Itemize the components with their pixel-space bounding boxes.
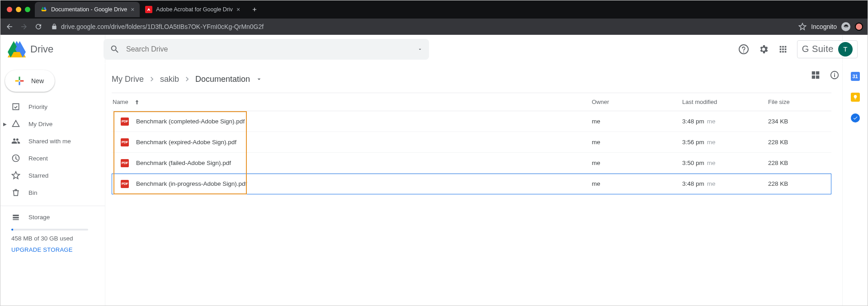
drive-triangle-icon: [8, 41, 26, 57]
drive-favicon-icon: [40, 6, 47, 13]
file-size: 228 KB: [768, 180, 831, 187]
pdf-file-icon: PDF: [121, 159, 129, 167]
breadcrumb-segment[interactable]: Documentation: [195, 75, 250, 84]
incognito-icon: [841, 22, 850, 31]
breadcrumb-dropdown-icon[interactable]: [255, 75, 263, 83]
bookmark-star-icon[interactable]: [798, 23, 807, 31]
maximize-window-button[interactable]: [25, 7, 30, 12]
sidebar-item-shared[interactable]: Shared with me: [0, 132, 105, 150]
sidebar-item-label: My Drive: [28, 121, 52, 127]
pdf-file-icon: PDF: [121, 118, 129, 126]
sidebar-item-trash[interactable]: Bin: [0, 184, 105, 201]
window-controls: [4, 7, 35, 12]
expand-caret-icon[interactable]: ▶: [3, 122, 7, 127]
lock-icon: [51, 24, 57, 30]
address-bar[interactable]: drive.google.com/drive/folders/1D3fLOA5t…: [48, 23, 793, 30]
tab-label: Documentation - Google Drive: [51, 6, 127, 13]
file-row[interactable]: PDFBenchmark (expired-Adobe Sign).pdfme3…: [112, 132, 831, 153]
file-name: Benchmark (completed-Adobe Sign).pdf: [136, 118, 245, 125]
tasks-addon-icon[interactable]: [851, 113, 860, 122]
file-modified: 3:56 pm: [682, 139, 704, 146]
sidebar-item-priority[interactable]: Priority: [0, 98, 105, 115]
close-tab-icon[interactable]: ×: [236, 6, 240, 13]
file-modified-by: me: [707, 180, 716, 187]
file-modified-by: me: [707, 139, 716, 146]
close-window-button[interactable]: [7, 7, 12, 12]
sidebar-item-label: Bin: [28, 189, 38, 196]
file-owner: me: [592, 139, 682, 146]
file-row[interactable]: PDFBenchmark (completed-Adobe Sign).pdfm…: [112, 111, 831, 132]
pdf-file-icon: PDF: [121, 180, 129, 188]
profile-indicator-icon[interactable]: [855, 23, 863, 31]
file-owner: me: [592, 160, 682, 166]
acrobat-favicon-icon: [145, 6, 152, 13]
trash-icon: [11, 188, 20, 197]
column-size[interactable]: File size: [768, 99, 831, 105]
priority-icon: [11, 102, 20, 111]
close-tab-icon[interactable]: ×: [131, 6, 134, 13]
recent-icon: [11, 154, 20, 163]
drive-logo[interactable]: Drive: [8, 41, 98, 57]
column-owner[interactable]: Owner: [592, 99, 682, 105]
grid-view-icon[interactable]: [811, 70, 821, 80]
storage-label: Storage: [28, 214, 50, 221]
starred-icon: [11, 171, 20, 180]
file-owner: me: [592, 118, 682, 125]
file-owner: me: [592, 180, 682, 187]
drive-app: Drive G Suite T: [0, 35, 868, 306]
keep-addon-icon[interactable]: [851, 93, 860, 102]
file-modified-by: me: [707, 118, 716, 125]
file-modified: 3:48 pm: [682, 118, 704, 125]
details-info-icon[interactable]: [830, 70, 840, 80]
sidebar-item-mydrive[interactable]: ▶My Drive: [0, 115, 105, 132]
side-panel: 31: [842, 35, 868, 306]
tab-label: Adobe Acrobat for Google Driv: [156, 6, 233, 13]
shared-icon: [11, 137, 20, 146]
pdf-file-icon: PDF: [121, 138, 129, 146]
breadcrumb-segment[interactable]: sakib: [160, 75, 179, 84]
incognito-label: Incognito: [811, 23, 837, 30]
new-tab-button[interactable]: [248, 3, 261, 16]
tab-strip: Documentation - Google Drive×Adobe Acrob…: [0, 0, 868, 19]
browser-toolbar: drive.google.com/drive/folders/1D3fLOA5t…: [0, 19, 868, 35]
storage-used-text: 458 MB of 30 GB used: [11, 235, 105, 242]
table-header: Name Owner Last modified File size: [112, 93, 831, 111]
new-button[interactable]: New: [5, 70, 55, 92]
file-modified: 3:50 pm: [682, 160, 704, 166]
file-size: 228 KB: [768, 160, 831, 166]
main-content: My DrivesakibDocumentation Name Owner La…: [105, 35, 842, 306]
sidebar: New Priority▶My DriveShared with meRecen…: [0, 35, 105, 306]
reload-button[interactable]: [34, 22, 43, 31]
file-row[interactable]: PDFBenchmark (failed-Adobe Sign).pdfme3:…: [112, 153, 831, 174]
sidebar-item-starred[interactable]: Starred: [0, 167, 105, 184]
plus-icon: [13, 75, 26, 87]
file-name: Benchmark (expired-Adobe Sign).pdf: [136, 139, 236, 146]
chevron-right-icon: [147, 75, 156, 84]
file-modified: 3:48 pm: [682, 180, 704, 187]
file-size: 234 KB: [768, 118, 831, 125]
browser-tab[interactable]: Adobe Acrobat for Google Driv×: [140, 2, 245, 17]
chevron-right-icon: [183, 75, 192, 84]
file-modified-by: me: [707, 160, 716, 166]
file-name: Benchmark (failed-Adobe Sign).pdf: [136, 160, 231, 166]
minimize-window-button[interactable]: [16, 7, 21, 12]
new-button-label: New: [31, 77, 44, 85]
calendar-addon-icon[interactable]: 31: [851, 72, 860, 81]
storage-bar: [11, 229, 88, 231]
back-button[interactable]: [5, 22, 14, 31]
breadcrumb: My DrivesakibDocumentation: [112, 70, 831, 88]
sidebar-item-label: Priority: [28, 104, 47, 110]
forward-button[interactable]: [19, 22, 28, 31]
file-row[interactable]: PDFBenchmark (in-progress-Adobe Sign).pd…: [112, 174, 831, 194]
avatar-initial: T: [843, 45, 848, 53]
url-text: drive.google.com/drive/folders/1D3fLOA5t…: [61, 23, 264, 30]
column-name[interactable]: Name: [112, 99, 592, 105]
column-modified[interactable]: Last modified: [682, 99, 768, 105]
browser-chrome: Documentation - Google Drive×Adobe Acrob…: [0, 0, 868, 35]
sidebar-item-label: Starred: [28, 172, 48, 179]
breadcrumb-segment[interactable]: My Drive: [112, 75, 144, 84]
browser-tab[interactable]: Documentation - Google Drive×: [35, 2, 140, 17]
product-name: Drive: [30, 43, 53, 55]
upgrade-storage-link[interactable]: UPGRADE STORAGE: [11, 246, 105, 253]
sidebar-item-recent[interactable]: Recent: [0, 150, 105, 167]
